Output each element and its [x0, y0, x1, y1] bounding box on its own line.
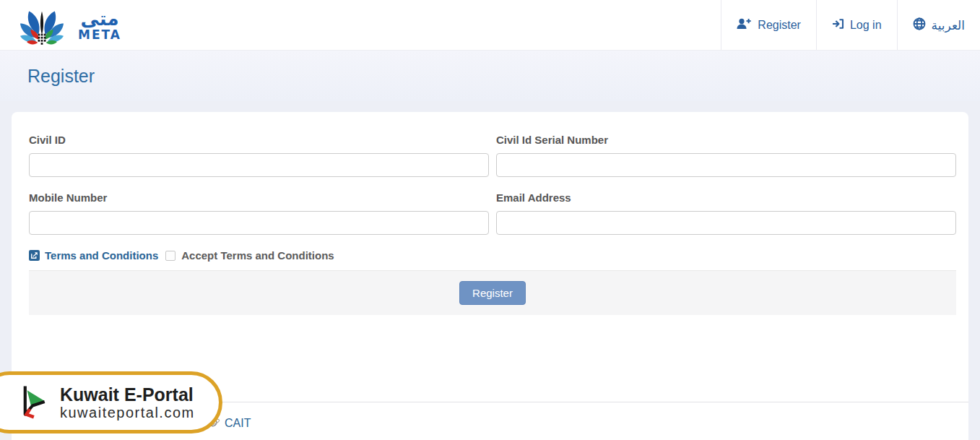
email-address-input[interactable] — [496, 211, 956, 235]
globe-icon — [913, 17, 926, 33]
register-submit-button[interactable]: Register — [459, 281, 526, 305]
email-address-label: Email Address — [496, 191, 956, 204]
nav-register-link[interactable]: Register — [721, 0, 816, 50]
user-plus-icon — [737, 18, 752, 33]
cursor-arrow-icon — [14, 381, 51, 424]
kuwait-eportal-watermark: Kuwait E-Portal kuwaiteportal.com — [0, 371, 222, 433]
mobile-number-label: Mobile Number — [29, 191, 489, 204]
civil-id-input[interactable] — [29, 153, 489, 177]
brand-name-latin: META — [78, 28, 121, 42]
accept-terms-checkbox[interactable] — [165, 251, 175, 261]
accept-terms-label: Accept Terms and Conditions — [181, 249, 334, 262]
civil-id-serial-field: Civil Id Serial Number — [496, 134, 956, 177]
civil-id-label: Civil ID — [29, 134, 489, 146]
watermark-text: Kuwait E-Portal kuwaiteportal.com — [60, 384, 195, 421]
nav-login-link[interactable]: Log in — [816, 0, 897, 50]
register-form: Civil ID Civil Id Serial Number Mobile N… — [12, 112, 968, 262]
cait-link[interactable]: CAIT — [225, 417, 251, 430]
meta-flower-icon — [9, 1, 75, 50]
external-link-square-icon — [29, 250, 40, 261]
form-actions-wrap: Register — [12, 270, 968, 315]
watermark-title: Kuwait E-Portal — [60, 384, 195, 405]
terms-row: Terms and Conditions Accept Terms and Co… — [29, 249, 956, 262]
email-address-field: Email Address — [496, 191, 956, 235]
nav-login-label: Log in — [850, 19, 882, 32]
watermark-subtitle: kuwaiteportal.com — [60, 405, 195, 420]
civil-id-serial-label: Civil Id Serial Number — [496, 134, 956, 146]
page-title: Register — [27, 66, 95, 87]
sign-in-icon — [832, 18, 844, 33]
page-title-bar: Register — [0, 51, 980, 101]
nav-language-label: العربية — [932, 18, 965, 33]
civil-id-serial-input[interactable] — [496, 153, 956, 177]
form-actions-strip: Register — [29, 270, 956, 315]
mobile-number-field: Mobile Number — [29, 191, 489, 235]
top-nav: Register Log in العربية — [721, 0, 980, 50]
meta-logo[interactable]: متى META — [0, 0, 121, 50]
header: متى META Register — [0, 0, 980, 51]
civil-id-field: Civil ID — [29, 134, 489, 177]
brand-name: متى META — [78, 9, 121, 42]
mobile-number-input[interactable] — [29, 211, 489, 235]
nav-register-label: Register — [758, 19, 801, 32]
terms-and-conditions-link[interactable]: Terms and Conditions — [45, 249, 158, 262]
nav-language-link[interactable]: العربية — [897, 0, 980, 50]
brand-name-arabic: متى — [80, 9, 118, 28]
